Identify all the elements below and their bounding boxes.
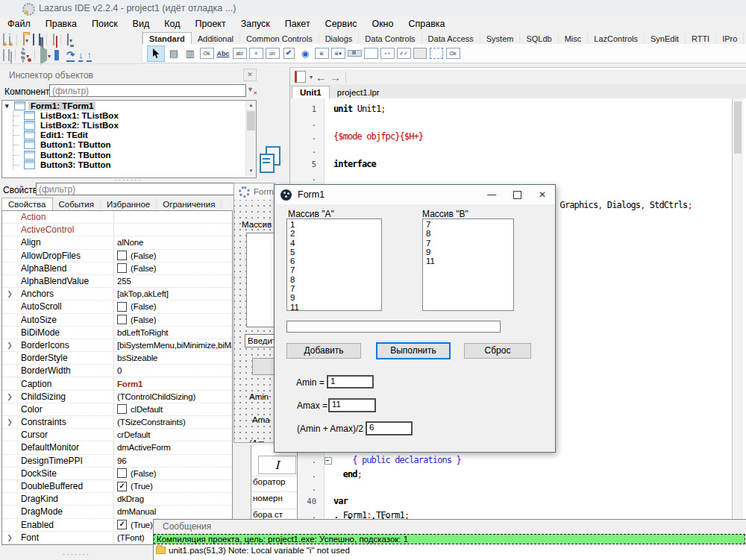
checked-checkbox-icon[interactable]: ✓ xyxy=(117,520,127,529)
palette-tab-dialogs[interactable]: Dialogs xyxy=(319,33,360,44)
italic-button[interactable]: I xyxy=(258,456,296,474)
new-form-button-icon[interactable] xyxy=(9,34,10,45)
property-value[interactable]: clDefault xyxy=(113,403,232,415)
palette-tab-common-controls[interactable]: Common Controls xyxy=(240,33,319,44)
tlistbox-component-icon[interactable]: ≣ xyxy=(314,46,329,61)
tscrollbar-component-icon[interactable] xyxy=(347,46,362,61)
list-item[interactable]: 7 xyxy=(426,220,513,229)
property-row-dragmode[interactable]: DragModedmManual xyxy=(2,506,232,518)
property-value[interactable]: (TSizeConstraints) xyxy=(113,416,232,428)
unchecked-checkbox-icon[interactable] xyxy=(117,315,127,324)
property-row-caption[interactable]: CaptionForm1 xyxy=(2,377,232,390)
unchecked-checkbox-icon[interactable] xyxy=(117,302,127,312)
palette-tab-additional[interactable]: Additional xyxy=(192,33,240,44)
list-item[interactable]: 11 xyxy=(290,303,381,311)
designer-edit[interactable]: Введит xyxy=(245,334,275,347)
property-row-color[interactable]: ColorclDefault xyxy=(2,403,232,416)
filter-clear-icon[interactable] xyxy=(246,84,257,97)
step-out-button-icon[interactable]: ↑ xyxy=(87,50,92,60)
menu-item-вид[interactable]: Вид xyxy=(125,18,157,30)
tcheckbox-component-icon[interactable]: ✔ xyxy=(281,46,296,61)
property-row-bordericons[interactable]: ❯BorderIcons[biSystemMenu,biMinimize,biM… xyxy=(2,339,232,352)
inspector-tab-избранное[interactable]: Избранное xyxy=(101,198,157,210)
menu-item-справка[interactable]: Справка xyxy=(401,18,452,30)
step-over-button-icon[interactable]: ↷ xyxy=(66,50,75,60)
tree-item-listbox2[interactable]: ListBox2: TListBox xyxy=(2,120,256,130)
palette-tab-sqldb[interactable]: SQLdb xyxy=(520,33,558,44)
editor-scrollbar[interactable] xyxy=(732,98,743,523)
palette-tab-lazcontrols[interactable]: LazControls xyxy=(588,33,645,44)
tcombobox-component-icon[interactable]: ≣▾ xyxy=(330,46,345,61)
message-row-success[interactable]: Компиляция проекта, цель: project1.exe: … xyxy=(154,534,745,544)
expand-icon[interactable]: ❯ xyxy=(2,416,18,428)
tcheckgroup-component-icon[interactable]: ✓✓ xyxy=(396,46,411,61)
collapse-icon[interactable]: ▾ xyxy=(5,102,14,110)
new-file-button-icon[interactable] xyxy=(3,50,4,60)
components-tree[interactable]: ▾Form1: TForm1ListBox1: TListBoxListBox2… xyxy=(1,100,257,178)
tree-item-listbox1[interactable]: ListBox1: TListBox xyxy=(2,110,256,120)
message-row-note[interactable]: unit1.pas(51,3) Note: Local variable "i"… xyxy=(154,545,746,556)
checked-checkbox-icon[interactable]: ✓ xyxy=(117,482,127,491)
property-value[interactable]: 255 xyxy=(113,275,232,287)
scroll-up-icon[interactable]: ▲ xyxy=(246,101,256,110)
tpopupmenu-component-icon[interactable]: ▥ xyxy=(183,46,198,61)
property-row-borderwidth[interactable]: BorderWidth0 xyxy=(2,365,232,377)
tmemo-component-icon[interactable]: ≡ xyxy=(248,46,263,61)
list-item[interactable]: 11 xyxy=(426,257,513,265)
designer-grid[interactable]: Массив Введит Amin Ama (Am xyxy=(234,200,275,442)
tradiogroup-component-icon[interactable]: ∘∘ xyxy=(380,46,395,61)
expand-icon[interactable]: ❯ xyxy=(2,339,18,351)
listbox-b[interactable]: 787911 xyxy=(422,218,514,311)
list-item[interactable]: 7 xyxy=(290,284,381,293)
expand-icon[interactable]: ❯ xyxy=(2,532,18,544)
minimize-icon[interactable]: — xyxy=(479,185,504,204)
open-button-icon[interactable]: ▾ xyxy=(23,34,28,45)
palette-tab-system[interactable]: System xyxy=(480,33,521,44)
property-row-childsizing[interactable]: ❯ChildSizing(TControlChildSizing) xyxy=(2,391,232,403)
list-item[interactable]: 7 xyxy=(290,265,381,274)
unchecked-checkbox-icon[interactable] xyxy=(117,263,127,273)
property-row-designtimeppi[interactable]: DesignTimePPI96 xyxy=(2,455,232,468)
inspector-tab-свойства[interactable]: Свойства xyxy=(1,198,53,210)
menu-item-окно[interactable]: Окно xyxy=(364,18,401,30)
property-value[interactable]: (False) xyxy=(113,250,232,262)
color-swatch[interactable] xyxy=(117,404,127,414)
scrollbar-thumb[interactable] xyxy=(247,111,255,130)
property-value[interactable]: [akTop,akLeft] xyxy=(113,288,232,300)
cursor-tool-icon[interactable] xyxy=(147,45,165,62)
run-button[interactable]: Выполнить xyxy=(376,342,451,359)
editor-pages-icon[interactable] xyxy=(295,71,306,83)
avg-value-box[interactable]: 6 xyxy=(366,421,413,435)
form-title-bar[interactable]: Form1 — ✕ xyxy=(275,185,555,204)
run-button-icon[interactable]: ▾ xyxy=(40,50,51,60)
menu-item-правка[interactable]: Правка xyxy=(38,18,84,30)
property-row-allowdropfiles[interactable]: AllowDropFiles(False) xyxy=(2,250,232,262)
designer-button[interactable] xyxy=(252,358,275,375)
property-value[interactable]: (False) xyxy=(113,301,232,312)
close-icon[interactable]: ✕ xyxy=(243,69,257,81)
chevron-down-icon[interactable]: ▾ xyxy=(69,37,72,44)
new-unit-button-icon[interactable] xyxy=(3,34,4,45)
list-item[interactable]: 9 xyxy=(426,248,513,257)
scroll-down-icon[interactable]: ▼ xyxy=(246,166,256,176)
property-row-activecontrol[interactable]: ActiveControl xyxy=(2,224,232,236)
list-item[interactable]: 8 xyxy=(290,275,381,284)
property-value[interactable]: bsSizeable xyxy=(113,352,232,364)
save-all-button-icon[interactable] xyxy=(39,34,40,45)
palette-tab-data-access[interactable]: Data Access xyxy=(422,33,480,44)
tmainmenu-component-icon[interactable]: ▤ xyxy=(166,46,181,61)
maximize-icon[interactable] xyxy=(504,185,530,204)
tgroupbox-component-icon[interactable] xyxy=(363,46,378,61)
property-value[interactable]: bdLeftToRight xyxy=(113,327,232,339)
property-row-anchors[interactable]: ❯Anchors[akTop,akLeft] xyxy=(2,288,232,301)
tpanel-component-icon[interactable] xyxy=(413,46,427,61)
tradiobutton-component-icon[interactable]: ◉ xyxy=(298,46,313,61)
property-row-doublebuffered[interactable]: DoubleBuffered✓(True) xyxy=(2,480,232,493)
tlabel-component-icon[interactable]: Abc xyxy=(216,46,231,61)
designer-title-bar[interactable]: Form1 xyxy=(234,183,275,200)
inspector-tab-события[interactable]: События xyxy=(53,198,101,210)
designer-listbox[interactable] xyxy=(246,233,275,327)
close-icon[interactable]: ✕ xyxy=(530,185,555,204)
property-row-autosize[interactable]: AutoSize(False) xyxy=(2,314,232,327)
list-item[interactable]: 8 xyxy=(426,229,513,238)
